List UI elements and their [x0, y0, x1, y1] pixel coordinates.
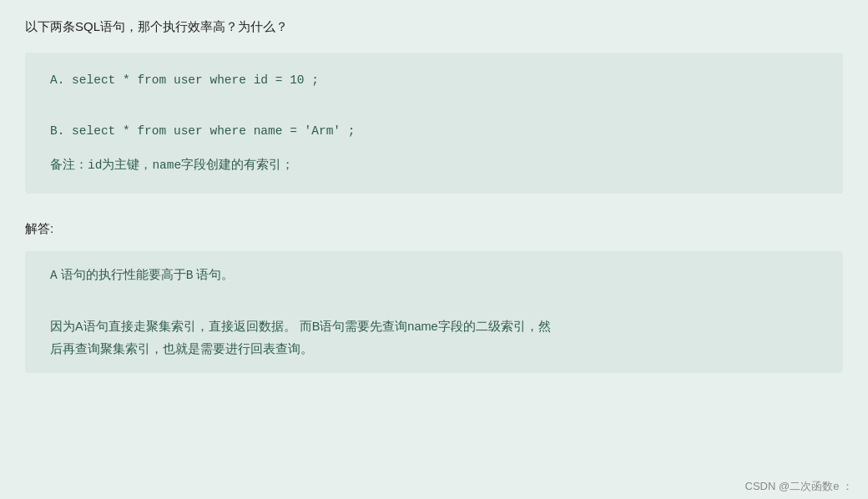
answer-line-detail-1: 因为A语句直接走聚集索引，直接返回数据。 而B语句需要先查询name字段的二级索… — [50, 315, 818, 338]
footer-bar: CSDN @二次函数e ： — [730, 474, 869, 499]
answer-label: 解答: — [25, 217, 843, 239]
question-title: 以下两条SQL语句，那个执行效率高？为什么？ — [25, 15, 843, 38]
note-id: id — [88, 159, 102, 172]
answer-block: A 语句的执行性能要高于B 语句。 因为A语句直接走聚集索引，直接返回数据。 而… — [25, 251, 843, 374]
code-line-a: A. select * from user where id = 10 ; — [50, 68, 818, 93]
code-block: A. select * from user where id = 10 ; B.… — [25, 53, 843, 194]
answer-line-detail-2: 后再查询聚集索引，也就是需要进行回表查询。 — [50, 338, 818, 360]
footer-text: CSDN @二次函数e ： — [745, 480, 854, 492]
answer-section: 解答: A 语句的执行性能要高于B 语句。 因为A语句直接走聚集索引，直接返回数… — [25, 217, 843, 374]
note-line: 备注：id为主键，name字段创建的有索引； — [50, 152, 818, 178]
main-content: 以下两条SQL语句，那个执行效率高？为什么？ A. select * from … — [0, 0, 868, 388]
code-line-b: B. select * from user where name = 'Arm'… — [50, 118, 818, 144]
label-a: A — [50, 269, 58, 282]
note-name: name — [152, 159, 181, 172]
answer-line-1: A 语句的执行性能要高于B 语句。 — [50, 263, 818, 288]
